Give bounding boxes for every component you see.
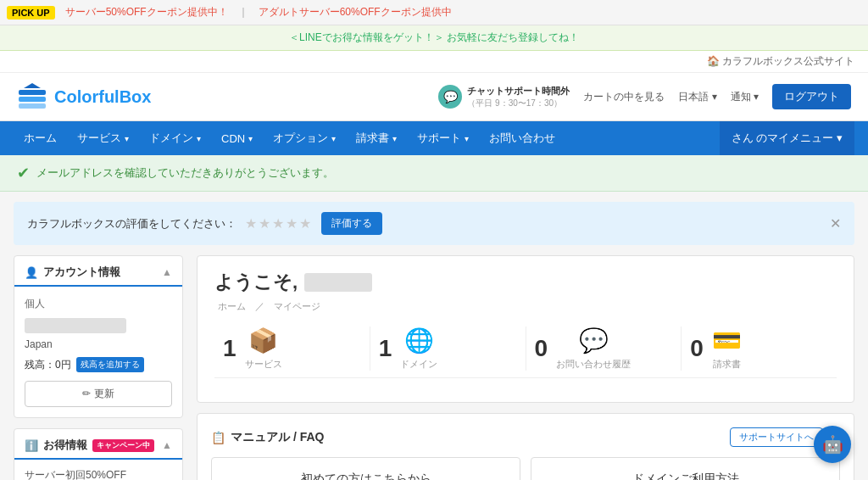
manual-section: 📋 マニュアル / FAQ サポートサイトへ ▲ 初めての方はこちらから ドメイ… xyxy=(197,413,854,480)
service-icon: 📦 xyxy=(248,327,278,354)
main-nav: ホーム サービス ▾ ドメイン ▾ CDN ▾ オプション ▾ 請求書 ▾ サポ… xyxy=(0,121,868,155)
stat-domain-label: ドメイン xyxy=(400,358,437,371)
manual-title-text: マニュアル / FAQ xyxy=(231,430,324,445)
nav-home[interactable]: ホーム xyxy=(14,121,67,155)
svg-rect-1 xyxy=(19,97,46,102)
pickup-text1: サーバー50%OFFクーポン提供中！ xyxy=(65,5,228,20)
stat-service-label: サービス xyxy=(245,358,282,371)
svg-rect-0 xyxy=(19,90,46,95)
manual-icon: 📋 xyxy=(211,431,225,444)
account-section: 👤 アカウント情報 ▲ 個人 Japan 残高：0円 残高を追加する ✏ 更新 xyxy=(14,255,183,418)
nav-services[interactable]: サービス ▾ xyxy=(67,121,139,155)
nav-option[interactable]: オプション ▾ xyxy=(263,121,346,155)
svg-rect-2 xyxy=(19,103,46,109)
chat-hours: （平日 9：30〜17：30） xyxy=(467,98,570,109)
notify-link[interactable]: 通知 ▾ xyxy=(731,90,759,104)
nav-billing[interactable]: 請求書 ▾ xyxy=(346,121,407,155)
logo-text: ColorfulBox xyxy=(54,87,151,107)
stat-inquiry-number: 0 xyxy=(535,335,548,362)
content-area: ようこそ, ホーム ／ マイページ 1 📦 サービス 1 xyxy=(197,255,854,480)
sidebar: 👤 アカウント情報 ▲ 個人 Japan 残高：0円 残高を追加する ✏ 更新 xyxy=(14,255,183,480)
promo-text: サーバー初回50%OFF xyxy=(25,469,126,480)
pickup-badge: PICK UP xyxy=(7,6,55,20)
manual-btn-domain[interactable]: ドメインご利用方法 xyxy=(531,457,840,480)
lang-select[interactable]: 日本語 ▾ xyxy=(678,90,716,104)
balance-row: 残高：0円 残高を追加する xyxy=(25,357,172,372)
support-site-button[interactable]: サポートサイトへ xyxy=(730,427,823,447)
official-site-link[interactable]: 🏠 カラフルボックス公式サイト xyxy=(707,54,854,69)
campaign-badge: キャンペーン中 xyxy=(92,439,154,452)
logout-button[interactable]: ログアウト xyxy=(772,84,851,109)
success-banner: ✔ メールアドレスを確認していただきありがとうございます。 xyxy=(0,155,868,192)
stat-service-number: 1 xyxy=(223,335,236,362)
rating-label: カラフルボックスの評価をしてください： xyxy=(27,216,236,232)
tokutoku-collapse-icon[interactable]: ▲ xyxy=(162,439,172,451)
billing-icon: 💳 xyxy=(712,327,742,354)
rating-stars[interactable]: ★★★★★ xyxy=(245,215,313,232)
tokutoku-section: ℹ️ お得情報 キャンペーン中 ▲ サーバー初回50%OFF xyxy=(14,428,183,480)
account-title: アカウント情報 xyxy=(43,265,120,280)
breadcrumb: ホーム ／ マイページ xyxy=(214,300,837,313)
nav-support[interactable]: サポート ▾ xyxy=(407,121,479,155)
welcome-title: ようこそ, xyxy=(214,270,837,295)
breadcrumb-mypage[interactable]: マイページ xyxy=(274,301,320,311)
stat-service[interactable]: 1 📦 サービス xyxy=(214,327,370,371)
stats-row: 1 📦 サービス 1 🌐 ドメイン 0 💬 xyxy=(214,313,837,378)
pickup-sep: ｜ xyxy=(238,5,248,20)
account-name-blurred xyxy=(25,318,126,333)
person-icon: 👤 xyxy=(25,266,38,279)
top-right-bar: 🏠 カラフルボックス公式サイト xyxy=(0,51,868,73)
rate-button[interactable]: 評価する xyxy=(321,212,382,235)
tokutoku-header: ℹ️ お得情報 キャンペーン中 ▲ xyxy=(14,429,182,460)
stat-inquiry[interactable]: 0 💬 お問い合わせ履歴 xyxy=(526,327,682,371)
success-text: メールアドレスを確認していただきありがとうございます。 xyxy=(36,165,334,181)
svg-marker-3 xyxy=(24,83,41,88)
pickup-bar: PICK UP サーバー50%OFFクーポン提供中！ ｜ アダルトサーバー60%… xyxy=(0,0,868,25)
main-layout: 👤 アカウント情報 ▲ 個人 Japan 残高：0円 残高を追加する ✏ 更新 xyxy=(0,255,868,480)
domain-icon: 🌐 xyxy=(404,327,434,354)
stat-inquiry-label: お問い合わせ履歴 xyxy=(556,358,631,371)
balance-label: 残高：0円 xyxy=(25,358,71,372)
logo-icon xyxy=(17,81,47,112)
chatbot-button[interactable]: 🤖 xyxy=(814,426,851,463)
stat-billing[interactable]: 0 💳 請求書 xyxy=(682,327,837,371)
account-country: Japan xyxy=(25,338,172,350)
stat-billing-label: 請求書 xyxy=(713,358,741,371)
chat-icon: 💬 xyxy=(438,85,462,109)
pickup-text2: アダルトサーバー60%OFFクーポン提供中 xyxy=(259,5,452,20)
stat-domain[interactable]: 1 🌐 ドメイン xyxy=(370,327,526,371)
breadcrumb-home[interactable]: ホーム xyxy=(218,301,246,311)
tokutoku-title: お得情報 xyxy=(43,438,87,453)
welcome-section: ようこそ, ホーム ／ マイページ 1 📦 サービス 1 xyxy=(197,255,854,403)
manual-btn-first[interactable]: 初めての方はこちらから xyxy=(211,457,520,480)
account-type: 個人 xyxy=(25,297,172,311)
add-balance-button[interactable]: 残高を追加する xyxy=(76,357,144,372)
header: ColorfulBox 💬 チャットサポート時間外 （平日 9：30〜17：30… xyxy=(0,73,868,121)
header-right: 💬 チャットサポート時間外 （平日 9：30〜17：30） カートの中を見る 日… xyxy=(438,84,851,109)
stat-billing-number: 0 xyxy=(690,335,704,362)
chat-support: 💬 チャットサポート時間外 （平日 9：30〜17：30） xyxy=(438,85,570,109)
nav-my-menu[interactable]: さん のマイメニュー ▾ xyxy=(720,121,854,155)
rating-close-icon[interactable]: ✕ xyxy=(830,215,841,232)
cart-link[interactable]: カートの中を見る xyxy=(583,90,665,104)
account-collapse-icon[interactable]: ▲ xyxy=(162,266,172,278)
line-banner[interactable]: ＜LINEでお得な情報をゲット！＞ お気軽に友だち登録してね！ xyxy=(0,25,868,51)
update-button[interactable]: ✏ 更新 xyxy=(25,381,172,407)
check-icon: ✔ xyxy=(17,164,30,182)
manual-header: 📋 マニュアル / FAQ サポートサイトへ ▲ xyxy=(211,427,840,447)
welcome-name-blurred xyxy=(304,273,372,292)
stat-domain-number: 1 xyxy=(379,335,392,362)
info-icon: ℹ️ xyxy=(25,439,38,452)
nav-contact[interactable]: お問い合わせ xyxy=(479,121,565,155)
line-banner-link[interactable]: ＜LINEでお得な情報をゲット！＞ お気軽に友だち登録してね！ xyxy=(289,31,579,43)
inquiry-icon: 💬 xyxy=(579,327,609,354)
nav-domain[interactable]: ドメイン ▾ xyxy=(139,121,211,155)
account-header: 👤 アカウント情報 ▲ xyxy=(14,256,182,287)
logo: ColorfulBox xyxy=(17,81,151,112)
manual-buttons: 初めての方はこちらから ドメインご利用方法 xyxy=(211,457,840,480)
nav-cdn[interactable]: CDN ▾ xyxy=(211,121,263,155)
chat-label: チャットサポート時間外 xyxy=(467,85,570,98)
rating-banner: カラフルボックスの評価をしてください： ★★★★★ 評価する ✕ xyxy=(14,202,854,245)
